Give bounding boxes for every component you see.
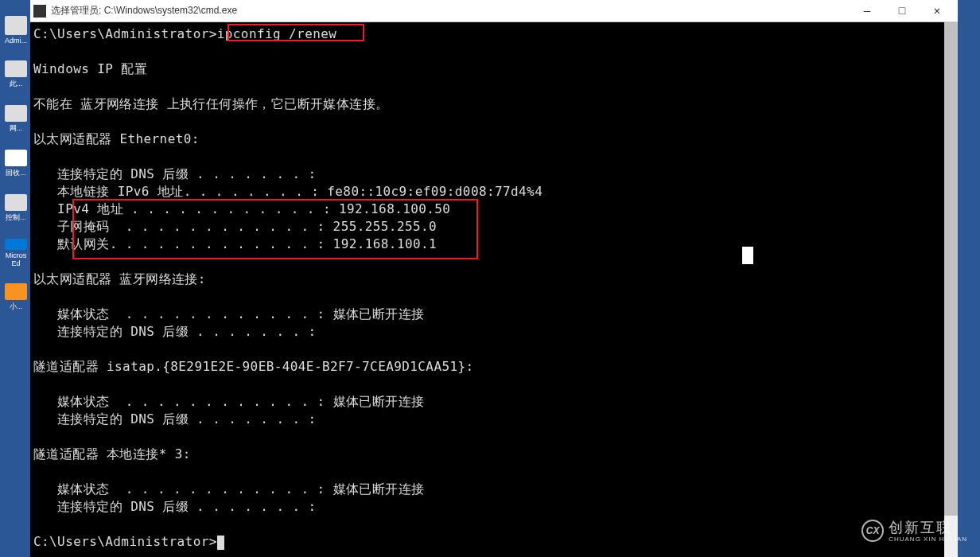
desktop-icon[interactable]: 网... xyxy=(2,105,30,134)
ipv4-line: IPv4 地址 . . . . . . . . . . . . : 192.16… xyxy=(33,201,450,216)
window-title: 选择管理员: C:\Windows\system32\cmd.exe xyxy=(51,4,850,18)
command-text: ipconfig /renew xyxy=(217,26,337,41)
cursor xyxy=(217,536,224,550)
desktop-icons-column: Admi... 此... 网... 回收... 控制... Micros Ed … xyxy=(0,0,32,557)
dns-suffix-line: 连接特定的 DNS 后缀 . . . . . . . : xyxy=(33,411,317,427)
cmd-icon xyxy=(33,5,46,18)
prompt-line: C:\Users\Administrator>ipconfig /renew xyxy=(33,26,336,41)
cmd-window: 选择管理员: C:\Windows\system32\cmd.exe — □ ✕… xyxy=(30,0,958,557)
desktop-icon[interactable]: 回收... xyxy=(2,150,30,178)
watermark: CX 创新互联 CHUANG XIN HULIAN xyxy=(861,518,967,543)
window-controls: — □ ✕ xyxy=(850,0,955,22)
terminal-output[interactable]: C:\Users\Administrator>ipconfig /renew W… xyxy=(30,22,958,557)
bluetooth-error: 不能在 蓝牙网络连接 上执行任何操作，它已断开媒体连接。 xyxy=(33,96,388,111)
scrollbar-thumb[interactable] xyxy=(944,22,958,516)
media-state-line: 媒体状态 . . . . . . . . . . . . : 媒体已断开连接 xyxy=(33,481,424,497)
minimize-button[interactable]: — xyxy=(850,0,885,22)
ip-config-header: Windows IP 配置 xyxy=(33,61,147,76)
desktop-icon[interactable]: Admi... xyxy=(2,16,30,45)
terminal-content: C:\Users\Administrator>ipconfig /renew W… xyxy=(33,25,955,551)
adapter-ethernet0-title: 以太网适配器 Ethernet0: xyxy=(33,131,200,146)
desktop-icon[interactable]: 此... xyxy=(2,60,30,89)
dns-suffix-line: 连接特定的 DNS 后缀 . . . . . . . : xyxy=(33,499,317,514)
watermark-subtext: CHUANG XIN HULIAN xyxy=(889,536,967,543)
close-button[interactable]: ✕ xyxy=(920,0,955,22)
maximize-button[interactable]: □ xyxy=(885,0,920,22)
selection-cursor xyxy=(742,247,753,264)
prompt-line: C:\Users\Administrator> xyxy=(33,534,224,549)
desktop-icon[interactable]: 小... xyxy=(2,283,30,312)
adapter-isatap-title: 隧道适配器 isatap.{8E291E2E-90EB-404E-B2F7-7C… xyxy=(33,359,474,374)
watermark-logo-icon: CX xyxy=(861,520,884,542)
adapter-bluetooth-title: 以太网适配器 蓝牙网络连接: xyxy=(33,271,206,286)
dns-suffix-line: 连接特定的 DNS 后缀 . . . . . . . : xyxy=(33,324,317,339)
title-bar[interactable]: 选择管理员: C:\Windows\system32\cmd.exe — □ ✕ xyxy=(30,0,958,22)
default-gateway-line: 默认网关. . . . . . . . . . . . . : 192.168.… xyxy=(33,236,437,251)
subnet-mask-line: 子网掩码 . . . . . . . . . . . . : 255.255.2… xyxy=(33,219,437,234)
scrollbar[interactable] xyxy=(944,22,958,557)
media-state-line: 媒体状态 . . . . . . . . . . . . : 媒体已断开连接 xyxy=(33,394,424,409)
desktop-icon[interactable]: 控制... xyxy=(2,194,30,223)
ipv6-line: 本地链接 IPv6 地址. . . . . . . . : fe80::10c9… xyxy=(33,184,542,199)
adapter-local3-title: 隧道适配器 本地连接* 3: xyxy=(33,446,191,462)
media-state-line: 媒体状态 . . . . . . . . . . . . : 媒体已断开连接 xyxy=(33,306,424,321)
watermark-text: 创新互联 xyxy=(889,518,967,537)
desktop-icon[interactable]: Micros Ed xyxy=(2,239,30,267)
dns-suffix-line: 连接特定的 DNS 后缀 . . . . . . . : xyxy=(33,166,317,181)
